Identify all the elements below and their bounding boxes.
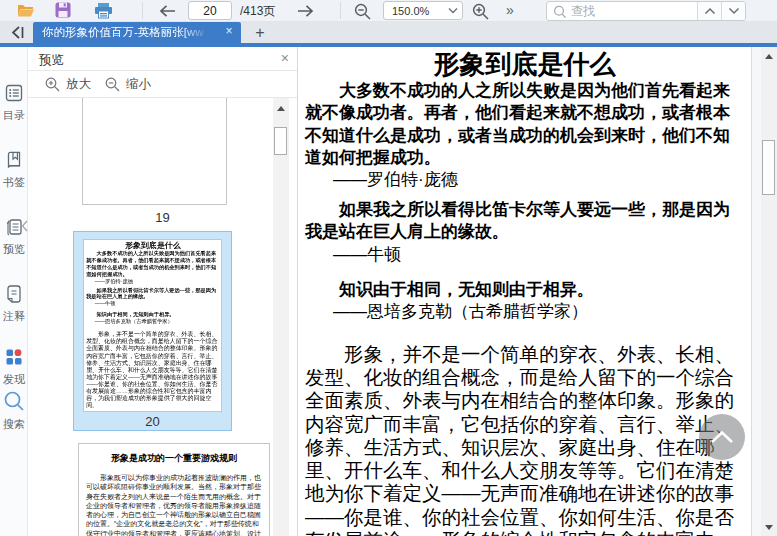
thumbnail-page-20-content: 形象到底是什么 大多数不成功的人之所以失败是因为他们首先看起来就不像成功者。再者… (83, 239, 222, 412)
sidebar-item-bookmarks[interactable]: 书签 (0, 150, 28, 189)
tab-bar: 你的形象价值百万-英格丽张[ww × + (0, 22, 777, 43)
next-page-icon[interactable] (296, 4, 315, 22)
thumbnail-list: 19 形象到底是什么 大多数不成功的人之所以失败是因为他们首先看起来就不像成功者… (28, 98, 297, 536)
preview-panel: 预览 × 放大 缩小 19 形象到底是什么 大多数不成功的人之所以失败是因为他们… (28, 47, 298, 536)
main-toolbar: /413页 150.0% » (0, 0, 777, 22)
active-panel-notch (21, 220, 28, 232)
search-box (546, 1, 746, 21)
page-total-label: /413页 (240, 3, 275, 20)
zoom-level-value: 150.0% (384, 5, 444, 17)
search-input[interactable] (571, 3, 697, 19)
thumb-zoom-out-label[interactable]: 缩小 (126, 76, 151, 93)
annotation-icon (4, 284, 24, 304)
chevron-down-icon (728, 7, 740, 15)
tab-close-icon[interactable]: × (222, 24, 236, 38)
bookmark-icon (4, 150, 24, 170)
sidebar-item-discover[interactable]: 发现 (0, 347, 28, 386)
mini-quote-1: 大多数不成功的人之所以失败是因为他们首先看起来就不像成功者。再者，他们看起来就不… (86, 250, 219, 277)
sidebar-item-search[interactable]: 搜索 (0, 390, 28, 431)
mini-quote-2: 如果我之所以看得比笛卡尔等人要远一些，那是因为我是站在巨人肩上的缘故。 (86, 287, 219, 301)
mini-doc-title: 形象到底是什么 (86, 241, 219, 251)
quote-1-attribution: ——罗伯特·庞德 (305, 169, 744, 191)
thumb-zoom-out-icon[interactable] (105, 77, 120, 92)
document-scroll-up-icon[interactable] (765, 54, 773, 59)
document-scrollbar[interactable] (761, 47, 777, 536)
thumbnail-number-20: 20 (74, 414, 231, 429)
discover-icon (4, 347, 24, 367)
mini-attr-2: ——牛顿 (86, 301, 219, 308)
document-scrollbar-thumb[interactable] (762, 140, 775, 195)
sidebar-label-bookmarks: 书签 (0, 176, 28, 189)
document-scroll-down-icon[interactable] (765, 525, 773, 530)
thumb21-title: 形象是成功的一个重要游戏规则 (79, 452, 269, 465)
sidebar-label-annotations: 注释 (0, 310, 28, 323)
more-tools-icon[interactable]: » (506, 2, 514, 18)
zoom-in-icon[interactable] (472, 3, 489, 24)
thumb21-body: 形象既可以为你事业的成功起着推波助澜的作用，也可以破坏或阻碍你事业的顺利发展。当… (79, 473, 269, 536)
mini-attr-1: ——罗伯特·庞德 (86, 278, 219, 285)
document-view-area: 形象到底是什么 大多数不成功的人之所以失败是因为他们首先看起来就不像成功者。再者… (298, 47, 777, 536)
mini-body-paragraph: 形象，并不是一个简单的穿衣、外表、长相、发型、化妆的组合概念，而是给人留下的一个… (86, 331, 219, 409)
document-title: 形象到底是什么 (305, 48, 744, 80)
preview-panel-header: 预览 × (28, 47, 297, 71)
document-page: 形象到底是什么 大多数不成功的人之所以失败是因为他们首先看起来就不像成功者。再者… (298, 47, 752, 536)
thumb-zoom-in-icon[interactable] (45, 77, 60, 92)
sidebar-item-annotations[interactable]: 注释 (0, 284, 28, 323)
sidebar-item-toc[interactable]: 目录 (0, 83, 28, 122)
zoom-level-dropdown[interactable]: 150.0% (383, 1, 463, 20)
quote-2-attribution: ——牛顿 (305, 244, 744, 266)
save-icon[interactable] (55, 2, 71, 22)
find-next-button[interactable] (721, 2, 745, 20)
find-previous-button[interactable] (697, 2, 721, 20)
new-tab-button[interactable]: + (250, 22, 270, 43)
sidebar-label-toc: 目录 (0, 109, 28, 122)
thumb-zoom-in-label[interactable]: 放大 (66, 76, 91, 93)
quote-1: 大多数不成功的人之所以失败是因为他们首先看起来就不像成功者。再者，他们看起来就不… (305, 80, 744, 169)
chevron-up-icon (704, 7, 716, 15)
print-icon[interactable] (94, 2, 113, 23)
quote-3-attribution: ——恩培多克勒（古希腊哲学家） (305, 301, 744, 323)
mini-quote-3: 知识由于相同，无知则由于相异。 (86, 311, 219, 318)
search-icon (547, 5, 571, 18)
thumbnail-page-19[interactable] (82, 98, 227, 205)
thumbnail-page-20-selected[interactable]: 形象到底是什么 大多数不成功的人之所以失败是因为他们首先看起来就不像成功者。再者… (73, 231, 232, 431)
chevron-down-icon (444, 7, 462, 15)
preview-scrollbar[interactable] (273, 98, 289, 536)
open-file-icon[interactable] (16, 2, 35, 23)
toolbar-separator (142, 2, 143, 19)
preview-scrollbar-thumb[interactable] (274, 127, 287, 155)
body-paragraph: 形象，并不是一个简单的穿衣、外表、长相、发型、化妆的组合概念，而是给人留下的一个… (305, 343, 744, 536)
quote-2: 如果我之所以看得比笛卡尔等人要远一些，那是因为我是站在巨人肩上的缘故。 (305, 199, 744, 244)
document-tab-title: 你的形象价值百万-英格丽张[ww (33, 25, 213, 40)
preview-panel-toolbar: 放大 缩小 (28, 71, 297, 98)
chevron-up-icon (709, 430, 735, 444)
navigation-sidebar: 目录 书签 预览 注释 发现 搜索 (0, 47, 28, 536)
preview-scroll-up-icon[interactable] (277, 106, 285, 111)
zoom-out-icon[interactable] (354, 3, 371, 24)
quote-3: 知识由于相同，无知则由于相异。 (305, 279, 744, 301)
thumbnail-number-19: 19 (28, 210, 297, 225)
preview-panel-title: 预览 (39, 52, 64, 69)
preview-panel-close-icon[interactable]: × (281, 50, 289, 66)
panel-search-icon (3, 390, 25, 412)
sidebar-label-preview: 预览 (0, 243, 28, 256)
scroll-to-top-button[interactable] (699, 414, 745, 460)
thumbnail-page-21[interactable]: 形象是成功的一个重要游戏规则 形象既可以为你事业的成功起着推波助澜的作用，也可以… (78, 443, 270, 536)
toolbar-separator (340, 2, 341, 19)
sidebar-label-discover: 发现 (0, 373, 28, 386)
sidebar-label-search: 搜索 (0, 418, 28, 431)
toc-icon (4, 83, 24, 103)
page-number-input[interactable] (188, 1, 232, 20)
previous-page-icon[interactable] (158, 4, 177, 22)
collapse-tabs-icon[interactable] (6, 23, 28, 42)
document-tab[interactable]: 你的形象价值百万-英格丽张[ww × (33, 22, 241, 43)
mini-attr-3: ——恩培多克勒（古希腊哲学家） (86, 318, 219, 325)
